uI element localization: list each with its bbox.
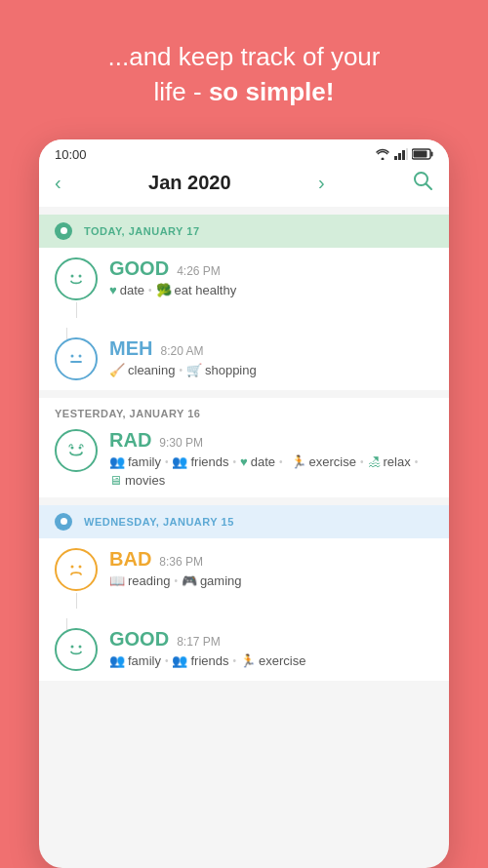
tag-family-2: 👥 family: [109, 653, 161, 668]
search-button[interactable]: [412, 170, 433, 197]
entry-connector-bad: [76, 593, 77, 609]
entry-meh-1[interactable]: MEH 8:20 AM 🧹 cleaning • 🛒 shopping: [39, 328, 449, 390]
svg-point-18: [71, 645, 74, 648]
svg-rect-2: [402, 150, 405, 160]
mood-label-rad: RAD: [109, 429, 151, 452]
tag-relax: 🏖 relax: [368, 454, 411, 469]
movies-icon: 🖥: [109, 473, 122, 488]
entry-title-row-rad: RAD 9:30 PM: [109, 429, 433, 452]
heart-icon: ♥: [109, 283, 117, 297]
mood-label-good2: GOOD: [109, 628, 169, 651]
entry-content-rad: RAD 9:30 PM 👥 family • 👥 friends: [109, 429, 433, 488]
entry-tags-bad: 📖 reading • 🎮 gaming: [109, 573, 433, 588]
entry-title-row: GOOD 4:26 PM: [109, 257, 433, 280]
wednesday-dot-inner: [61, 518, 67, 525]
entry-title-row-bad: BAD 8:36 PM: [109, 548, 433, 571]
day-list: TODAY, JANUARY 17 GOOD: [39, 207, 449, 868]
navigation-bar: ‹ Jan 2020 ›: [39, 162, 449, 207]
exercise-rad-icon: 🏃: [291, 454, 306, 469]
mood-icon-good: [55, 257, 98, 300]
mood-label-meh: MEH: [109, 337, 152, 360]
entry-time-good2: 8:17 PM: [177, 635, 221, 649]
smiley-meh-icon: [63, 346, 89, 372]
entry-title-row-good2: GOOD 8:17 PM: [109, 628, 433, 651]
wednesday-block: WEDNESDAY, JANUARY 15 BA: [39, 505, 449, 681]
entry-bad-1[interactable]: BAD 8:36 PM 📖 reading • 🎮 gaming: [39, 538, 449, 618]
svg-rect-3: [406, 148, 408, 160]
entry-good-1[interactable]: GOOD 4:26 PM ♥ date • 🥦 eat healthy: [39, 248, 449, 328]
tag-label-exercise2: exercise: [259, 653, 305, 668]
tag-date-rad: ♥ date: [240, 454, 275, 469]
svg-point-16: [71, 565, 74, 568]
next-month-button[interactable]: ›: [318, 172, 325, 194]
svg-point-15: [79, 446, 82, 449]
entry-content-good-2: GOOD 8:17 PM 👥 family • 👥 friends: [109, 628, 433, 668]
entry-tags-good: ♥ date • 🥦 eat healthy: [109, 283, 433, 297]
search-icon: [412, 170, 433, 191]
tag-exercise-rad: 🏃 exercise: [291, 454, 356, 469]
yesterday-header: YESTERDAY, JANUARY 16: [39, 398, 449, 419]
entry-content-meh-1: MEH 8:20 AM 🧹 cleaning • 🛒 shopping: [109, 337, 433, 377]
tag-label-family2: family: [128, 653, 161, 668]
svg-point-14: [71, 446, 74, 449]
entry-content-bad: BAD 8:36 PM 📖 reading • 🎮 gaming: [109, 548, 433, 588]
svg-line-8: [426, 183, 431, 189]
gaming-icon: 🎮: [182, 573, 197, 588]
svg-rect-1: [398, 153, 401, 160]
tag-label-relax: relax: [384, 454, 411, 469]
entry-rad-1[interactable]: RAD 9:30 PM 👥 family • 👥 friends: [39, 419, 449, 497]
entry-connector: [76, 302, 77, 318]
wednesday-dot: [55, 513, 72, 531]
entry-tags-rad: 👥 family • 👥 friends • ♥ date: [109, 454, 433, 488]
exercise2-icon: 🏃: [240, 653, 256, 668]
entry-good-2[interactable]: GOOD 8:17 PM 👥 family • 👥 friends: [39, 618, 449, 681]
tagline-line1: ...and keep track of your: [108, 42, 381, 71]
tag-eat-healthy: 🥦 eat healthy: [156, 283, 237, 297]
shopping-icon: 🛒: [186, 363, 202, 377]
tag-exercise-2: 🏃 exercise: [240, 653, 305, 668]
svg-point-9: [71, 274, 74, 277]
tagline: ...and keep track of your life - so simp…: [79, 0, 410, 139]
tagline-line2: life - so simple!: [154, 77, 335, 106]
smiley-good-icon: [63, 266, 89, 292]
phone-frame: 10:00 ‹ Jan 2020 ›: [39, 139, 449, 868]
entry-tags-meh: 🧹 cleaning • 🛒 shopping: [109, 363, 433, 377]
today-header: TODAY, JANUARY 17: [39, 215, 449, 248]
entry-title-row-meh: MEH 8:20 AM: [109, 337, 433, 360]
mood-icon-bad: [55, 548, 98, 591]
status-icons: [375, 148, 433, 160]
tag-label-shopping: shopping: [205, 363, 257, 377]
tag-friends: 👥 friends: [172, 454, 228, 469]
friends2-icon: 👥: [172, 653, 187, 668]
cleaning-icon: 🧹: [109, 363, 125, 377]
svg-rect-6: [414, 151, 427, 158]
entry-time-bad: 8:36 PM: [159, 555, 203, 569]
smiley-rad-icon: [63, 438, 89, 463]
tag-label-family: family: [128, 454, 161, 469]
today-dot: [55, 222, 72, 240]
tag-family: 👥 family: [109, 454, 161, 469]
yesterday-block: YESTERDAY, JANUARY 16: [39, 398, 449, 497]
mood-icon-meh: [55, 337, 98, 380]
svg-point-10: [79, 274, 82, 277]
tag-label-eat: eat healthy: [175, 283, 237, 297]
tag-reading: 📖 reading: [109, 573, 170, 588]
heart-rad-icon: ♥: [240, 454, 248, 469]
tag-label-friends2: friends: [190, 653, 228, 668]
today-block: TODAY, JANUARY 17 GOOD: [39, 215, 449, 390]
svg-point-11: [71, 354, 74, 357]
tag-label-gaming: gaming: [200, 573, 242, 588]
svg-point-17: [79, 565, 82, 568]
friends-icon: 👥: [172, 454, 187, 469]
tag-date: ♥ date: [109, 283, 144, 297]
battery-icon: [412, 148, 433, 160]
tag-cleaning: 🧹 cleaning: [109, 363, 175, 377]
tag-label-cleaning: cleaning: [128, 363, 175, 377]
prev-month-button[interactable]: ‹: [55, 172, 61, 194]
tag-friends-2: 👥 friends: [172, 653, 228, 668]
mood-icon-good2: [55, 628, 98, 671]
entry-time-good: 4:26 PM: [177, 264, 221, 278]
svg-rect-0: [394, 156, 397, 160]
status-bar: 10:00: [39, 139, 449, 162]
smiley-bad-icon: [63, 557, 89, 582]
